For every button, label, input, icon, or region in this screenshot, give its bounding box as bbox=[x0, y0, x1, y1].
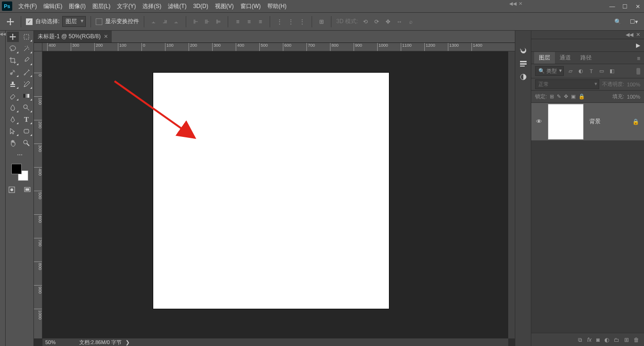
menu-layer[interactable]: 图层(L) bbox=[89, 0, 114, 13]
fill-value[interactable]: 100% bbox=[627, 94, 640, 100]
dock-collapse-icon[interactable]: ◀◀ bbox=[509, 1, 517, 6]
artboard-tool[interactable] bbox=[21, 32, 33, 42]
rectangle-tool[interactable] bbox=[21, 126, 33, 136]
doc-info[interactable]: 文档:2.86M/0 字节 ❯ bbox=[75, 339, 130, 346]
hand-tool[interactable] bbox=[7, 138, 19, 148]
panel-close-icon[interactable]: ✕ bbox=[636, 32, 640, 38]
color-swatch[interactable] bbox=[11, 164, 28, 181]
layer-group-icon[interactable]: 🗀 bbox=[614, 337, 619, 343]
dist-bottom-icon[interactable]: ≡ bbox=[256, 17, 265, 26]
lock-trans-icon[interactable]: ⊞ bbox=[550, 93, 554, 100]
more-tools[interactable]: ⋯ bbox=[7, 150, 33, 160]
pen-tool[interactable] bbox=[7, 114, 19, 125]
info-arrow-icon[interactable]: ❯ bbox=[125, 339, 130, 346]
align-right-icon[interactable]: ⊫ bbox=[214, 17, 223, 26]
link-layers-icon[interactable]: ⧉ bbox=[578, 337, 582, 343]
filter-shape-icon[interactable]: ▭ bbox=[598, 68, 605, 75]
lock-pos-icon[interactable]: ✥ bbox=[564, 93, 568, 100]
menu-file[interactable]: 文件(F) bbox=[15, 0, 40, 13]
opacity-value[interactable]: 100% bbox=[627, 82, 640, 87]
tab-paths[interactable]: 路径 bbox=[576, 52, 596, 64]
dock-history-icon[interactable] bbox=[515, 44, 531, 57]
foreground-color[interactable] bbox=[11, 164, 22, 174]
magic-wand-tool[interactable] bbox=[21, 43, 33, 54]
dock-adjustments-icon[interactable] bbox=[515, 70, 531, 84]
maximize-button[interactable]: ☐ bbox=[619, 0, 631, 13]
align-hcenter-icon[interactable]: ⊪ bbox=[202, 17, 212, 26]
ruler-horizontal[interactable]: 4003002001000100200300400500600700800900… bbox=[42, 43, 515, 51]
scrollbar-vertical[interactable] bbox=[508, 51, 515, 338]
layer-name[interactable]: 背景 bbox=[589, 118, 627, 126]
layer-locked-icon[interactable]: 🔒 bbox=[632, 118, 639, 125]
autoselect-checkbox[interactable]: ✓ bbox=[26, 18, 33, 25]
lock-artboard-icon[interactable]: ▣ bbox=[571, 93, 576, 100]
tab-channels[interactable]: 通道 bbox=[555, 52, 576, 64]
dodge-tool[interactable] bbox=[21, 102, 33, 113]
layer-thumbnail[interactable] bbox=[548, 104, 584, 140]
eyedropper-tool[interactable] bbox=[21, 55, 33, 66]
move-tool[interactable] bbox=[7, 32, 19, 42]
dist-left-icon[interactable]: ⋮ bbox=[275, 17, 284, 26]
adjustment-layer-icon[interactable]: ◐ bbox=[604, 337, 609, 343]
delete-layer-icon[interactable]: 🗑 bbox=[634, 337, 639, 343]
menu-image[interactable]: 图像(I) bbox=[66, 0, 89, 13]
quickmask-tool[interactable] bbox=[6, 185, 18, 195]
stamp-tool[interactable] bbox=[7, 79, 19, 89]
align-top-icon[interactable]: ⫠ bbox=[149, 17, 158, 26]
search-icon[interactable]: 🔍 bbox=[612, 16, 623, 27]
layer-row[interactable]: 👁 背景 🔒 bbox=[531, 103, 644, 141]
toolbar-collapse[interactable]: ◀◀ bbox=[0, 31, 6, 346]
canvas-document[interactable] bbox=[153, 73, 389, 309]
lasso-tool[interactable] bbox=[7, 43, 19, 54]
document-tab[interactable]: 未标题-1 @ 50%(RGB/8) ✕ bbox=[34, 30, 112, 42]
healing-tool[interactable] bbox=[7, 67, 19, 77]
align-left-icon[interactable]: ⊩ bbox=[191, 17, 200, 26]
dist-top-icon[interactable]: ≡ bbox=[233, 17, 242, 26]
filter-adjust-icon[interactable]: ◐ bbox=[577, 68, 585, 75]
align-bottom-icon[interactable]: ⫠ bbox=[172, 17, 181, 26]
workspace-icon[interactable]: ☐▾ bbox=[628, 16, 639, 27]
tab-layers[interactable]: 图层 bbox=[534, 52, 555, 64]
transform-checkbox[interactable] bbox=[96, 18, 102, 25]
topbar-play-icon[interactable]: ▶ bbox=[636, 42, 640, 49]
path-select-tool[interactable] bbox=[7, 126, 19, 136]
crop-tool[interactable] bbox=[7, 55, 19, 66]
dist-vcenter-icon[interactable]: ≡ bbox=[244, 17, 254, 26]
dock-properties-icon[interactable] bbox=[515, 57, 531, 70]
lock-all-icon[interactable]: 🔒 bbox=[578, 93, 585, 100]
align-vcenter-icon[interactable]: ⫡ bbox=[160, 17, 170, 26]
lock-pixel-icon[interactable]: ✎ bbox=[557, 93, 561, 100]
filter-smart-icon[interactable]: ◧ bbox=[608, 68, 616, 75]
blur-tool[interactable] bbox=[7, 102, 19, 113]
screenmode-tool[interactable] bbox=[22, 185, 33, 195]
autoselect-dropdown[interactable]: 图层 bbox=[62, 16, 86, 27]
dist-hcenter-icon[interactable]: ⋮ bbox=[286, 17, 296, 26]
eraser-tool[interactable] bbox=[7, 91, 19, 101]
menu-help[interactable]: 帮助(H) bbox=[264, 0, 290, 13]
menu-type[interactable]: 文字(Y) bbox=[114, 0, 139, 13]
zoom-input[interactable]: 50% bbox=[42, 339, 75, 345]
menu-window[interactable]: 窗口(W) bbox=[237, 0, 264, 13]
brush-tool[interactable] bbox=[21, 67, 33, 77]
visibility-icon[interactable]: 👁 bbox=[536, 118, 542, 125]
zoom-tool[interactable] bbox=[21, 138, 33, 148]
blend-mode-select[interactable]: 正常 bbox=[535, 79, 599, 89]
filter-type-icon[interactable]: T bbox=[587, 68, 595, 75]
ruler-vertical[interactable]: 01002003004005006007008009001000 bbox=[34, 51, 42, 338]
filter-pixel-icon[interactable]: ▱ bbox=[567, 68, 574, 75]
minimize-button[interactable]: — bbox=[606, 0, 619, 13]
type-tool[interactable]: T bbox=[21, 114, 33, 125]
tab-close-icon[interactable]: ✕ bbox=[104, 34, 108, 40]
close-button[interactable]: ✕ bbox=[631, 0, 644, 13]
menu-edit[interactable]: 编辑(E) bbox=[40, 0, 66, 13]
menu-view[interactable]: 视图(V) bbox=[212, 0, 237, 13]
gradient-tool[interactable] bbox=[21, 91, 33, 101]
filter-toggle[interactable] bbox=[636, 68, 640, 75]
panel-menu-icon[interactable]: ≡ bbox=[633, 53, 644, 64]
new-layer-icon[interactable]: ⊞ bbox=[624, 337, 629, 343]
menu-3d[interactable]: 3D(D) bbox=[190, 0, 212, 13]
filter-type-select[interactable]: 🔍 类型 bbox=[535, 66, 564, 76]
canvas-viewport[interactable] bbox=[42, 51, 508, 338]
dock-close-icon[interactable]: ✕ bbox=[519, 1, 522, 6]
layer-mask-icon[interactable]: ◙ bbox=[596, 337, 600, 343]
